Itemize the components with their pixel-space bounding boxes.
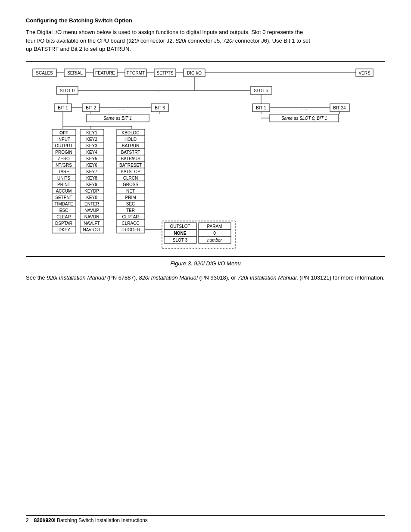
svg-text:INPUT: INPUT xyxy=(57,137,70,142)
svg-text:Same as SLOT 0, BIT 1: Same as SLOT 0, BIT 1 xyxy=(281,116,327,121)
svg-text:SETPTS: SETPTS xyxy=(157,71,174,75)
svg-text:KEY2: KEY2 xyxy=(86,137,97,142)
svg-text:KEY4: KEY4 xyxy=(86,150,97,155)
svg-text:KBDLOC: KBDLOC xyxy=(121,131,139,135)
svg-text:PROGIN: PROGIN xyxy=(55,150,72,155)
svg-text:SLOT x: SLOT x xyxy=(254,88,268,93)
svg-text:. . .: . . . xyxy=(157,88,163,93)
svg-text:number: number xyxy=(207,238,222,243)
svg-text:. . .: . . . xyxy=(118,106,124,110)
svg-text:NET: NET xyxy=(126,189,135,193)
svg-text:CLEAR: CLEAR xyxy=(56,215,71,219)
footer-paragraph: See the 920i Installation Manual (PN 678… xyxy=(26,274,385,282)
svg-text:HOLD: HOLD xyxy=(125,137,137,142)
svg-text:TRIGGER: TRIGGER xyxy=(121,227,140,232)
svg-text:PRINT: PRINT xyxy=(57,182,70,187)
svg-text:KEY9: KEY9 xyxy=(86,182,97,187)
page-footer: 2 820i/920i Batching Switch Installation… xyxy=(26,515,385,523)
svg-text:KEY6: KEY6 xyxy=(86,163,97,168)
page-number: 2 xyxy=(26,517,29,523)
svg-text:BIT 6: BIT 6 xyxy=(155,106,165,110)
svg-text:IDKEY: IDKEY xyxy=(57,227,70,232)
figure-caption: Figure 3. 920i DIG I/O Menu xyxy=(26,260,385,267)
svg-text:NAVLFT: NAVLFT xyxy=(84,221,100,226)
svg-text:BIT 2: BIT 2 xyxy=(86,106,96,110)
svg-text:BATSTOP: BATSTOP xyxy=(121,169,140,174)
svg-text:KEY0: KEY0 xyxy=(86,195,97,200)
svg-text:0: 0 xyxy=(213,231,216,236)
svg-text:ACCUM: ACCUM xyxy=(56,189,72,193)
svg-text:BATSTRT: BATSTRT xyxy=(121,150,140,155)
svg-text:VERS: VERS xyxy=(358,71,371,75)
svg-text:ENTER: ENTER xyxy=(84,202,99,206)
intro-paragraph: The Digital I/O menu shown below is used… xyxy=(26,28,385,53)
svg-text:NT/GRS: NT/GRS xyxy=(56,163,72,168)
section-heading: Configuring the Batching Switch Option xyxy=(26,17,385,24)
svg-text:KEY3: KEY3 xyxy=(86,143,97,148)
svg-text:KEY1: KEY1 xyxy=(86,131,97,135)
svg-text:BATPAUS: BATPAUS xyxy=(121,156,140,161)
svg-text:SERIAL: SERIAL xyxy=(67,71,83,75)
svg-text:SEC: SEC xyxy=(126,202,135,206)
svg-text:NAVRGT: NAVRGT xyxy=(83,227,101,232)
svg-text:DIG I/O: DIG I/O xyxy=(187,71,202,75)
svg-text:BIT 1: BIT 1 xyxy=(58,106,68,110)
svg-text:CLRTAR: CLRTAR xyxy=(122,215,139,219)
svg-text:SCALES: SCALES xyxy=(36,71,53,75)
svg-text:. . .: . . . xyxy=(301,106,307,110)
svg-text:DSPTAR: DSPTAR xyxy=(55,221,72,226)
svg-text:TER: TER xyxy=(126,208,135,213)
svg-text:SLOT 3: SLOT 3 xyxy=(173,238,188,243)
svg-text:BATRESET: BATRESET xyxy=(119,163,142,168)
svg-text:CLRCN: CLRCN xyxy=(123,176,138,180)
svg-text:NAVUP: NAVUP xyxy=(84,208,99,213)
svg-text:ZERO: ZERO xyxy=(58,156,70,161)
svg-text:KEY8: KEY8 xyxy=(86,176,97,180)
svg-text:BATRUN: BATRUN xyxy=(122,143,139,148)
svg-text:NONE: NONE xyxy=(174,231,187,236)
svg-text:CLRACC: CLRACC xyxy=(121,221,139,226)
svg-text:NAVDN: NAVDN xyxy=(84,215,99,219)
svg-text:SLOT 0: SLOT 0 xyxy=(60,88,75,93)
svg-text:OUTSLOT: OUTSLOT xyxy=(170,224,190,229)
svg-text:PRIM: PRIM xyxy=(125,195,136,200)
diagram-container: text.menu { font-family: Arial, sans-ser… xyxy=(26,61,385,257)
svg-text:TIMDATE: TIMDATE xyxy=(54,202,73,206)
svg-text:SETPNT: SETPNT xyxy=(55,195,72,200)
svg-text:KEY5: KEY5 xyxy=(86,156,97,161)
svg-text:TARE: TARE xyxy=(58,169,69,174)
svg-text:OFF: OFF xyxy=(59,131,68,135)
svg-text:PFORMT: PFORMT xyxy=(127,71,145,75)
svg-text:KEYDP: KEYDP xyxy=(84,189,99,193)
svg-text:Same as BIT 1: Same as BIT 1 xyxy=(103,116,132,121)
svg-text:PARAM: PARAM xyxy=(207,224,222,229)
svg-text:OUTPUT: OUTPUT xyxy=(55,143,72,148)
doc-title: 820i/920i Batching Switch Installation I… xyxy=(34,517,148,523)
svg-text:BIT 1: BIT 1 xyxy=(256,106,266,110)
svg-text:KEY7: KEY7 xyxy=(86,169,97,174)
svg-text:GROSS: GROSS xyxy=(123,182,138,187)
svg-text:FEATURE: FEATURE xyxy=(95,71,115,75)
svg-text:ESC: ESC xyxy=(59,208,68,213)
svg-text:UNITS: UNITS xyxy=(57,176,70,180)
svg-text:BIT 24: BIT 24 xyxy=(333,106,346,110)
diagram-svg: text.menu { font-family: Arial, sans-ser… xyxy=(31,67,388,252)
